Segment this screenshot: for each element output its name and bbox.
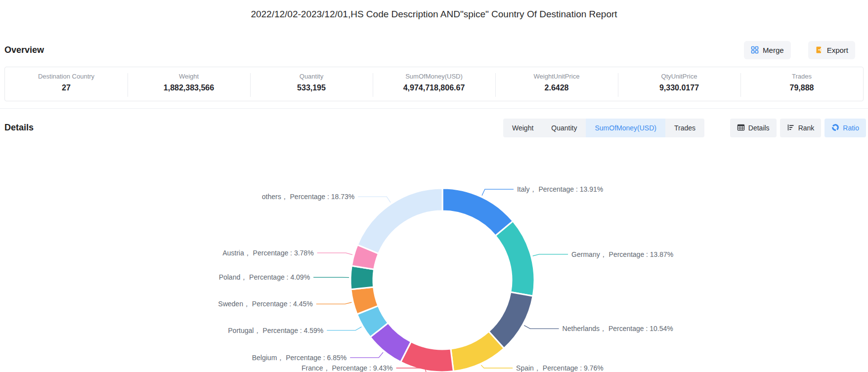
leader-line-italy [482, 189, 514, 196]
leader-line-austria [317, 253, 353, 255]
slice-label-italy: Italy， Percentage : 13.91% [517, 185, 603, 193]
details-header: Details Weight Quantity SumOfMoney(USD) … [0, 119, 868, 137]
stat-quantity: Quantity 533,195 [250, 67, 373, 101]
tab-quantity[interactable]: Quantity [542, 119, 586, 137]
details-view-label: Details [748, 124, 770, 132]
stat-value: 533,195 [250, 83, 373, 92]
details-view-button[interactable]: Details [730, 119, 777, 137]
section-divider [0, 108, 868, 109]
leader-line-others [358, 197, 391, 203]
stat-trades: Trades 79,888 [740, 67, 863, 101]
stat-sum-of-money: SumOfMoney(USD) 4,974,718,806.67 [373, 67, 495, 101]
leader-line-sweden [316, 302, 352, 304]
stat-label: Destination Country [5, 73, 128, 80]
ratio-view-label: Ratio [843, 124, 859, 132]
leader-line-spain [481, 365, 513, 368]
merge-grid-icon [751, 46, 759, 54]
rank-view-label: Rank [798, 124, 815, 132]
rank-view-button[interactable]: Rank [780, 119, 822, 137]
stat-label: Quantity [250, 73, 373, 80]
leader-line-netherlands [524, 326, 559, 329]
merge-button[interactable]: Merge [744, 41, 791, 59]
rank-icon [787, 124, 795, 133]
export-button-label: Export [827, 46, 848, 54]
leader-line-germany [533, 254, 568, 256]
view-switcher: Details Rank Ratio [730, 119, 866, 137]
slice-label-france: France， Percentage : 9.43% [302, 364, 392, 372]
leader-line-belgium [350, 352, 383, 358]
stat-label: Weight [128, 73, 250, 80]
page-title: 2022/12/02-2023/12/01,HS Code Descriptio… [0, 9, 868, 20]
stat-destination-country: Destination Country 27 [5, 67, 128, 101]
export-file-icon [815, 46, 823, 54]
overview-stats-bar: Destination Country 27 Weight 1,882,383,… [4, 67, 864, 101]
tab-sum-of-money[interactable]: SumOfMoney(USD) [586, 119, 665, 137]
stat-value: 2.6428 [495, 83, 618, 92]
tab-weight[interactable]: Weight [503, 119, 542, 137]
stat-weight-unit-price: WeightUnitPrice 2.6428 [495, 67, 618, 101]
overview-heading: Overview [4, 45, 44, 55]
details-heading: Details [4, 123, 34, 133]
stat-label: QtyUnitPrice [618, 73, 740, 80]
overview-header: Overview Merge Export [4, 41, 855, 59]
slice-others[interactable] [357, 188, 442, 253]
donut-icon [831, 124, 839, 133]
slice-label-spain: Spain， Percentage : 9.76% [516, 364, 604, 372]
tab-trades[interactable]: Trades [665, 119, 704, 137]
slice-germany[interactable] [495, 221, 534, 296]
slice-label-poland: Poland， Percentage : 4.09% [219, 273, 310, 281]
table-icon [737, 124, 745, 133]
slice-label-netherlands: Netherlands， Percentage : 10.54% [563, 325, 673, 332]
slice-label-others: others， Percentage : 18.73% [262, 193, 355, 201]
merge-button-label: Merge [763, 46, 784, 54]
stat-value: 4,974,718,806.67 [373, 83, 495, 92]
stat-value: 79,888 [740, 83, 863, 92]
stat-value: 1,882,383,566 [128, 83, 250, 92]
export-button[interactable]: Export [808, 41, 855, 59]
stat-label: Trades [740, 73, 863, 80]
slice-label-belgium: Belgium， Percentage : 6.85% [252, 354, 347, 362]
slice-italy[interactable] [442, 188, 513, 236]
stat-value: 9,330.0177 [618, 83, 740, 92]
stat-qty-unit-price: QtyUnitPrice 9,330.0177 [618, 67, 740, 101]
slice-label-germany: Germany， Percentage : 13.87% [571, 250, 673, 258]
slice-label-austria: Austria， Percentage : 3.78% [222, 249, 313, 257]
ratio-chart-area: Italy， Percentage : 13.91%Germany， Perce… [0, 145, 868, 372]
stat-value: 27 [5, 83, 128, 92]
slice-label-portugal: Portugal， Percentage : 4.59% [228, 327, 323, 334]
stat-weight: Weight 1,882,383,566 [128, 67, 250, 101]
stat-label: WeightUnitPrice [495, 73, 618, 80]
stat-label: SumOfMoney(USD) [373, 73, 495, 80]
metric-tabs: Weight Quantity SumOfMoney(USD) Trades [503, 119, 704, 137]
leader-line-portugal [327, 327, 361, 331]
ratio-view-button[interactable]: Ratio [825, 119, 866, 137]
donut-chart: Italy， Percentage : 13.91%Germany， Perce… [0, 145, 868, 372]
slice-label-sweden: Sweden， Percentage : 4.45% [218, 300, 312, 308]
overview-actions: Merge Export [744, 41, 855, 59]
